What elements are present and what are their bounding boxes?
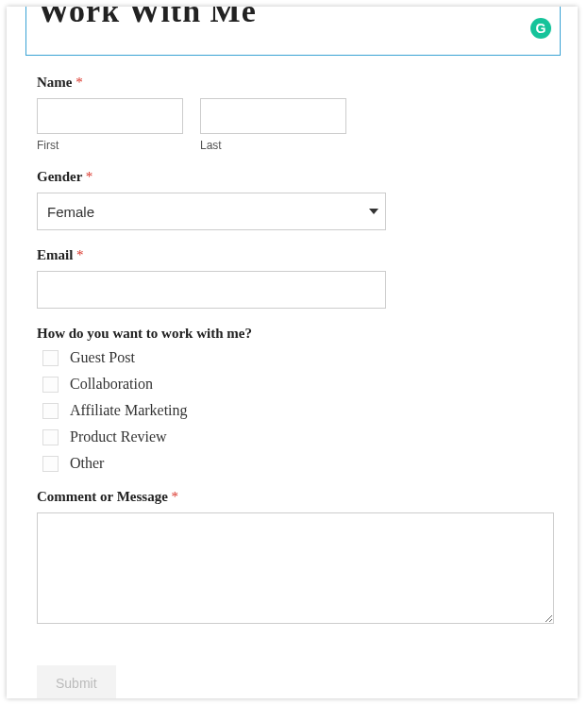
gender-label: Gender * bbox=[37, 169, 549, 185]
checkbox-row-affiliate: Affiliate Marketing bbox=[37, 402, 549, 419]
required-marker: * bbox=[172, 489, 179, 504]
required-marker: * bbox=[86, 169, 93, 184]
message-label: Comment or Message * bbox=[37, 489, 549, 505]
email-label: Email * bbox=[37, 247, 549, 263]
last-name-column: Last bbox=[200, 98, 346, 152]
required-marker: * bbox=[76, 247, 84, 262]
message-textarea[interactable] bbox=[37, 512, 554, 624]
gender-label-text: Gender bbox=[37, 169, 82, 184]
checkbox-label-collaboration: Collaboration bbox=[70, 376, 153, 393]
checkbox-collaboration[interactable] bbox=[42, 377, 59, 393]
last-name-sublabel: Last bbox=[200, 139, 346, 152]
checkbox-other[interactable] bbox=[42, 456, 59, 472]
message-label-text: Comment or Message bbox=[37, 489, 168, 504]
checkbox-row-collaboration: Collaboration bbox=[37, 376, 549, 393]
page-title: Work With Me bbox=[38, 7, 257, 29]
email-label-text: Email bbox=[37, 247, 73, 262]
page-container: G Work With Me Name * First Last bbox=[7, 7, 578, 698]
gender-select[interactable]: Female bbox=[37, 193, 386, 230]
gender-select-wrap: Female bbox=[37, 193, 386, 230]
name-label-text: Name bbox=[37, 75, 73, 90]
checkbox-guest-post[interactable] bbox=[42, 350, 59, 366]
first-name-sublabel: First bbox=[37, 139, 183, 152]
contact-form: Name * First Last Gender * bbox=[7, 56, 578, 698]
email-input[interactable] bbox=[37, 271, 386, 309]
message-field-group: Comment or Message * bbox=[37, 489, 549, 628]
name-label: Name * bbox=[37, 75, 549, 91]
required-marker: * bbox=[76, 75, 83, 90]
work-with-field-group: How do you want to work with me? Guest P… bbox=[37, 326, 549, 472]
first-name-input[interactable] bbox=[37, 98, 183, 134]
checkbox-row-guest-post: Guest Post bbox=[37, 349, 549, 366]
checkbox-label-guest-post: Guest Post bbox=[70, 349, 135, 366]
email-field-group: Email * bbox=[37, 247, 549, 309]
checkbox-row-product-review: Product Review bbox=[37, 428, 549, 445]
checkbox-row-other: Other bbox=[37, 455, 549, 472]
first-name-column: First bbox=[37, 98, 183, 152]
checkbox-product-review[interactable] bbox=[42, 429, 59, 445]
work-with-label: How do you want to work with me? bbox=[37, 326, 549, 342]
gender-field-group: Gender * Female bbox=[37, 169, 549, 230]
last-name-input[interactable] bbox=[200, 98, 346, 134]
submit-button[interactable]: Submit bbox=[37, 665, 116, 698]
header-box: Work With Me bbox=[25, 7, 561, 56]
checkbox-label-affiliate: Affiliate Marketing bbox=[70, 402, 188, 419]
work-with-options: Guest Post Collaboration Affiliate Marke… bbox=[37, 349, 549, 472]
checkbox-label-product-review: Product Review bbox=[70, 428, 167, 445]
name-row: First Last bbox=[37, 98, 549, 152]
checkbox-label-other: Other bbox=[70, 455, 104, 472]
name-field-group: Name * First Last bbox=[37, 75, 549, 152]
checkbox-affiliate[interactable] bbox=[42, 403, 59, 419]
